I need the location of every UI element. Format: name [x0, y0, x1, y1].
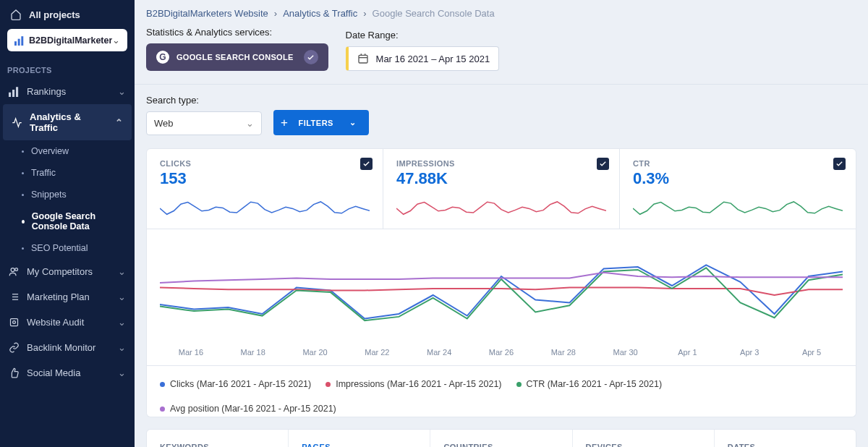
kpi-card-ctr: CTR 0.3% — [620, 149, 856, 229]
sidebar-item-website-audit[interactable]: Website Audit⌄ — [0, 310, 135, 335]
sidebar-subitem-label: Traffic — [31, 168, 56, 178]
breadcrumb-item[interactable]: B2BDigitalMarketers Website — [146, 8, 268, 19]
sidebar-item-marketing-plan[interactable]: Marketing Plan⌄ — [0, 284, 135, 310]
svg-point-6 — [11, 268, 14, 272]
thumb-icon — [9, 367, 20, 378]
svg-rect-4 — [12, 90, 14, 97]
x-tick: Mar 28 — [532, 348, 595, 357]
kpi-value: 0.3% — [633, 169, 843, 188]
main-chart: Mar 16Mar 18Mar 20Mar 22Mar 24Mar 26Mar … — [146, 229, 856, 366]
tab-dates[interactable]: DATES — [715, 430, 856, 447]
sidebar-subitem-label: Snippets — [31, 190, 67, 200]
legend-item[interactable]: Impressions (Mar-16 2021 - Apr-15 2021) — [326, 379, 501, 389]
plus-icon: + — [281, 116, 288, 129]
project-name: B2BDigitalMarketers... — [29, 35, 112, 46]
kpi-title: CTR — [633, 159, 843, 168]
sidebar-subitem[interactable]: Traffic — [0, 162, 135, 184]
list-icon — [9, 291, 20, 302]
legend-item[interactable]: Clicks (Mar-16 2021 - Apr-15 2021) — [160, 379, 311, 389]
filters-button[interactable]: + FILTERS ⌄ — [273, 110, 369, 135]
chart-x-axis: Mar 16Mar 18Mar 20Mar 22Mar 24Mar 26Mar … — [160, 348, 843, 357]
sparkline — [633, 198, 843, 218]
sidebar-item-label: Marketing Plan — [27, 291, 90, 302]
dot-icon — [22, 194, 24, 196]
x-tick: Mar 16 — [160, 348, 222, 357]
x-tick: Mar 18 — [222, 348, 284, 357]
main-content: B2BDigitalMarketers Website › Analytics … — [135, 0, 868, 447]
x-tick: Mar 22 — [346, 348, 408, 357]
svg-rect-2 — [21, 36, 23, 46]
kpi-checkbox[interactable] — [833, 158, 846, 170]
kpi-value: 47.88K — [396, 169, 606, 188]
tab-countries[interactable]: COUNTRIES — [430, 430, 572, 447]
date-range-picker[interactable]: Mar 16 2021 – Apr 15 2021 — [346, 46, 500, 71]
kpi-checkbox[interactable] — [597, 158, 609, 170]
pulse-icon — [12, 117, 22, 128]
sidebar-item-analytics-traffic[interactable]: Analytics & Traffic⌃ — [3, 104, 132, 140]
dot-icon — [22, 172, 24, 174]
audit-icon — [9, 317, 20, 328]
tab-pages[interactable]: PAGES — [289, 430, 430, 447]
x-tick: Apr 3 — [718, 348, 780, 357]
kpi-title: IMPRESSIONS — [396, 159, 606, 168]
svg-point-15 — [13, 321, 16, 324]
sidebar-item-social-media[interactable]: Social Media⌄ — [0, 360, 135, 386]
chevron-right-icon: › — [274, 8, 277, 19]
sidebar-item-label: My Competitors — [27, 266, 93, 277]
legend-item[interactable]: CTR (Mar-16 2021 - Apr-15 2021) — [516, 379, 663, 389]
dot-icon — [22, 247, 24, 250]
gsc-button-label: GOOGLE SEARCH CONSOLE — [176, 53, 294, 61]
stats-service-label: Statistics & Analytics services: — [146, 27, 328, 38]
x-tick: Apr 5 — [780, 348, 843, 357]
sidebar-item-backlink-monitor[interactable]: Backlink Monitor⌄ — [0, 335, 135, 360]
filters-button-label: FILTERS — [298, 119, 333, 127]
legend-label: Clicks (Mar-16 2021 - Apr-15 2021) — [170, 379, 311, 389]
chevron-down-icon: ⌄ — [118, 266, 126, 277]
sparkline — [396, 198, 606, 218]
breadcrumb-item[interactable]: Analytics & Traffic — [283, 8, 357, 19]
tab-devices[interactable]: DEVICES — [573, 430, 715, 447]
legend-dot — [160, 382, 165, 387]
sidebar-subitem[interactable]: Snippets — [0, 184, 135, 205]
sidebar-subitem[interactable]: Google Search Console Data — [0, 205, 135, 237]
legend-label: Impressions (Mar-16 2021 - Apr-15 2021) — [336, 379, 501, 389]
search-type-label: Search type: — [146, 95, 262, 106]
svg-rect-16 — [359, 55, 367, 63]
kpi-checkbox[interactable] — [360, 158, 373, 170]
search-type-select[interactable]: Web ⌄ — [146, 111, 262, 135]
legend-item[interactable]: Avg position (Mar-16 2021 - Apr-15 2021) — [160, 404, 336, 414]
chevron-down-icon: ⌄ — [118, 291, 126, 302]
x-tick: Apr 1 — [657, 348, 719, 357]
bars-icon — [9, 86, 20, 97]
sidebar-subitem[interactable]: SEO Potential — [0, 237, 135, 259]
all-projects-link[interactable]: All projects — [0, 0, 135, 29]
x-tick: Mar 26 — [470, 348, 532, 357]
sidebar: All projects B2BDigitalMarketers... ⌄ PR… — [0, 0, 135, 447]
sidebar-subitem-label: SEO Potential — [31, 243, 88, 253]
chevron-down-icon: ⌄ — [246, 118, 254, 129]
kpi-title: CLICKS — [160, 159, 370, 168]
project-selector[interactable]: B2BDigitalMarketers... ⌄ — [7, 29, 127, 51]
kpi-cards: CLICKS 153 IMPRESSIONS 47.88K CTR 0.3% — [146, 148, 856, 229]
svg-point-7 — [15, 268, 18, 271]
all-projects-label: All projects — [29, 9, 80, 20]
legend-label: CTR (Mar-16 2021 - Apr-15 2021) — [527, 379, 663, 389]
check-circle-icon — [304, 50, 318, 64]
chevron-down-icon: ⌄ — [118, 86, 126, 97]
users-icon — [9, 266, 20, 277]
sidebar-subitem[interactable]: Overview — [0, 140, 135, 162]
calendar-icon — [357, 53, 369, 64]
kpi-card-impressions: IMPRESSIONS 47.88K — [383, 149, 620, 229]
sidebar-subitem-label: Overview — [31, 146, 69, 156]
google-search-console-button[interactable]: G GOOGLE SEARCH CONSOLE — [146, 43, 328, 71]
link-icon — [9, 342, 20, 353]
tab-keywords[interactable]: KEYWORDS — [147, 430, 289, 447]
chevron-down-icon: ⌄ — [118, 317, 126, 328]
legend-dot — [516, 382, 522, 387]
svg-rect-0 — [14, 41, 17, 46]
sidebar-item-rankings[interactable]: Rankings⌄ — [0, 79, 135, 104]
sidebar-item-my-competitors[interactable]: My Competitors⌄ — [0, 259, 135, 284]
chevron-down-icon: ⌄ — [349, 118, 357, 127]
svg-rect-3 — [9, 93, 11, 97]
sidebar-subitem-label: Google Search Console Data — [32, 211, 126, 231]
